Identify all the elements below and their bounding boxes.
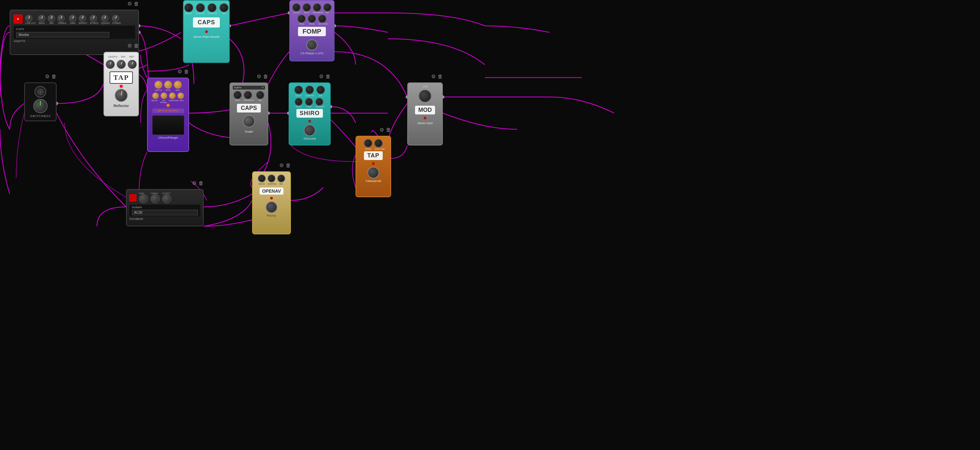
roomy-mix-knob[interactable]	[277, 175, 285, 182]
cs-phaser-feedback-knob[interactable]	[313, 3, 321, 12]
caps-scape-top-bar: Eighths ✕	[233, 86, 265, 89]
gx-cabinet-body: BASS TREBLE OUTPUT Guitarix GxCabinet	[126, 189, 204, 226]
chorus-io-label: → INPUT ● OUTPUT →	[152, 108, 184, 113]
openav-roomy-toolbar: ⚙ 🗑	[279, 162, 291, 169]
tap-reflector-main-knob[interactable]	[115, 89, 128, 102]
gx-cabinet-bass-knob[interactable]	[139, 194, 148, 204]
tap-tubewarmth-gear-icon[interactable]: ⚙	[379, 127, 384, 133]
caps-scape-trash-icon[interactable]: 🗑	[263, 74, 268, 80]
tap-tubewarmth-main-knob[interactable]	[368, 167, 379, 178]
ampvts-lowcut-knob[interactable]	[25, 15, 32, 22]
shiro-tone-label: TONE	[305, 106, 313, 108]
tap-reflector-gear-icon[interactable]: ⚙	[127, 43, 132, 49]
cs-phaser-synth-label: SYNTH	[292, 12, 301, 14]
ampvts-gain-knob[interactable]	[69, 15, 76, 22]
roomy-damping-knob[interactable]	[267, 175, 275, 182]
shiroverb-trash-icon[interactable]: 🗑	[326, 74, 331, 80]
chorus-flanger-trash-icon[interactable]: 🗑	[184, 69, 189, 75]
caps-reverb-compass-knob[interactable]	[207, 3, 216, 12]
tap-reflector-dry-knob[interactable]	[117, 60, 126, 69]
tap-reflector-body: LENGTH DRY WET TAP Reflector	[103, 52, 139, 116]
gx-cabinet-gear-icon[interactable]: ⚙	[192, 180, 197, 186]
cs-phaser-main-knob[interactable]	[306, 40, 317, 51]
ampvts-mid-knob[interactable]	[48, 15, 55, 22]
ampvts-name-label: AmpVTS	[14, 40, 135, 43]
caps-reverb-mix-label: MIX	[220, 12, 229, 14]
shiro-damping-knob[interactable]	[305, 86, 314, 94]
switchbox-main-knob[interactable]	[33, 99, 48, 113]
switchbox-toolbar: ⚙ 🗑	[45, 73, 57, 80]
chorus-contour-knob[interactable]	[169, 92, 175, 99]
caps-reverb-decay-knob[interactable]	[184, 3, 193, 12]
openav-roomy-trash-icon[interactable]: 🗑	[286, 162, 291, 169]
tap-reflector-length-knob[interactable]	[106, 60, 115, 69]
gx-cabinet-trash-icon[interactable]: 🗑	[199, 180, 204, 186]
caps-reverb-damping-knob[interactable]	[196, 3, 205, 12]
cs-phaser-mix-knob[interactable]	[323, 3, 332, 12]
chorus-depth-knob[interactable]	[154, 81, 162, 89]
tube-tapetube-knob[interactable]	[374, 139, 383, 148]
tap-reflector-knob-labels: LENGTH DRY WET	[107, 56, 135, 58]
stereo-gain-main-knob[interactable]	[418, 89, 431, 102]
ampvts-bright-knob[interactable]	[79, 15, 86, 22]
tap-reflector-dry-label: DRY	[121, 56, 126, 58]
caps-reverb-mix-knob[interactable]	[220, 3, 229, 12]
switchbox-gear-icon[interactable]: ⚙	[45, 73, 49, 80]
chorus-wah-pedal[interactable]	[152, 115, 184, 135]
shiroverb-name: Shiroverb	[304, 137, 316, 140]
ampvts-gear-icon[interactable]: ⚙	[127, 1, 132, 7]
tube-drive-knob[interactable]	[364, 139, 372, 148]
ampvts-treble-knob[interactable]	[57, 15, 65, 22]
gx-cabinet-output-knob[interactable]	[162, 194, 171, 204]
ampvts-bass-knob[interactable]	[38, 15, 45, 22]
cs-phaser-synth-knob[interactable]	[292, 3, 301, 12]
stereo-gain-gear-icon[interactable]: ⚙	[431, 73, 436, 80]
ampvts-power-button[interactable]: ■	[14, 14, 22, 24]
ampvts-preset-input[interactable]	[16, 32, 109, 38]
tap-reflector-wet-knob[interactable]	[128, 60, 137, 69]
chorus-delay-knob[interactable]	[152, 92, 159, 99]
stereo-gain-trash-icon[interactable]: 🗑	[438, 74, 443, 80]
cs-phaser-freq-knob[interactable]	[298, 14, 306, 23]
ampvts-trash-icon[interactable]: 🗑	[134, 1, 139, 7]
shiro-ratio-knob[interactable]	[295, 98, 302, 106]
shiro-decay-knob[interactable]	[294, 86, 303, 94]
chorus-wet-knob[interactable]	[174, 81, 181, 89]
tap-reflector-toolbar: ⚙ 🗑	[127, 43, 139, 49]
ampvts-attack-knob[interactable]	[90, 15, 97, 22]
cs-phaser-plugin: ⚙ 🗑 SYNTH RATE FEEDBACK MIX FREQ WAVE SE…	[289, 0, 334, 61]
gx-cabinet-treble-knob[interactable]	[151, 194, 160, 204]
caps-scape-main-knob[interactable]	[243, 115, 255, 127]
ampvts-power-knob[interactable]	[112, 15, 119, 22]
caps-scape-feedback-knob[interactable]	[244, 91, 252, 99]
openav-roomy-main-knob[interactable]	[266, 201, 277, 213]
gx-cabinet-preset-input[interactable]	[132, 210, 198, 215]
shiroverb-gear-icon[interactable]: ⚙	[319, 73, 323, 80]
switchbox-trash-icon[interactable]: 🗑	[51, 74, 57, 80]
ampvts-squish-knob[interactable]	[101, 15, 108, 22]
caps-scape-close-icon[interactable]: ✕	[262, 86, 264, 89]
caps-reverb-compass-label: COMPASS	[207, 12, 217, 14]
openav-roomy-gear-icon[interactable]: ⚙	[279, 162, 284, 169]
cs-phaser-wave-knob[interactable]	[308, 14, 316, 23]
tap-reflector-trash-icon[interactable]: 🗑	[134, 43, 139, 49]
caps-scape-bpm-knob[interactable]	[233, 91, 242, 99]
roomy-decay-knob[interactable]	[258, 175, 266, 182]
chorus-rate-knob[interactable]	[164, 81, 172, 89]
shiro-mix-knob[interactable]	[317, 86, 325, 94]
chorus-flanger-gear-icon[interactable]: ⚙	[177, 68, 182, 75]
tap-tubewarmth-plugin: ⚙ 🗑 DRIVE TAPE/TUBE TAP Tubewarmth	[356, 136, 391, 197]
chorus-dry-knob[interactable]	[177, 92, 184, 99]
shiro-shimmer-knob[interactable]	[315, 98, 323, 106]
cs-phaser-sections-knob[interactable]	[318, 14, 326, 23]
cs-phaser-rate-knob[interactable]	[302, 3, 311, 12]
caps-scape-gear-icon[interactable]: ⚙	[257, 73, 261, 80]
gx-cabinet-power-btn[interactable]	[129, 194, 137, 201]
caps-scape-mix-knob[interactable]	[256, 91, 264, 99]
chorus-lrphase-knob[interactable]	[161, 92, 167, 99]
shiroverb-toolbar: ⚙ 🗑	[319, 73, 331, 80]
shiroverb-main-knob[interactable]	[304, 124, 315, 136]
shiro-tone-knob[interactable]	[305, 98, 313, 106]
tap-tubewarmth-trash-icon[interactable]: 🗑	[386, 127, 391, 133]
tube-tapetube-label: TAPE/TUBE	[374, 148, 383, 150]
